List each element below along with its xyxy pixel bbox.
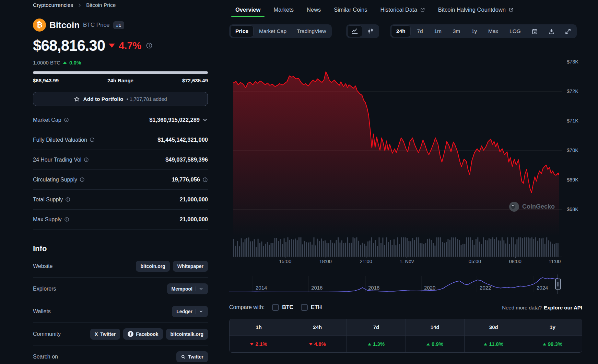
range-button-7d[interactable]: 7d [412, 25, 427, 37]
stat-value: $1,445,142,321,000 [157, 137, 208, 143]
stat-value: 21,000,000 [179, 216, 208, 223]
info-icon[interactable] [84, 157, 89, 162]
info-icon[interactable] [80, 177, 85, 182]
x-axis-label: 1. Nov [399, 259, 414, 264]
info-icon[interactable] [64, 217, 69, 222]
up-arrow-icon [368, 343, 371, 345]
button-label: Facebook [136, 331, 158, 337]
tab-label: News [307, 7, 321, 13]
button-label: Ledger [176, 309, 192, 314]
range-button-log[interactable]: LOG [505, 25, 526, 37]
mini-year-label: 2016 [311, 285, 323, 291]
stat-label: Total Supply [33, 197, 63, 203]
metric-button-tradingview[interactable]: TradingView [292, 25, 331, 37]
breadcrumb-item-cryptocurrencies[interactable]: Cryptocurrencies [33, 2, 73, 8]
mini-chart-slider-handle[interactable] [555, 279, 561, 290]
compare-option-btc[interactable]: BTC [272, 304, 293, 311]
y-axis-label: $70K [567, 148, 578, 153]
chart-panel: OverviewMarketsNewsSimilar CoinsHistoric… [229, 0, 582, 364]
coingecko-watermark: CoinGecko [509, 202, 555, 212]
link-button-mempool[interactable]: Mempool [167, 283, 208, 294]
metric-button-market-cap[interactable]: Market Cap [254, 25, 291, 37]
stat-row-total-supply: Total Supply21,000,000 [33, 190, 208, 210]
info-icon[interactable] [64, 117, 69, 122]
volume-histogram[interactable] [233, 237, 559, 257]
compare-option-eth[interactable]: ETH [301, 304, 322, 311]
metric-toggle-group: PriceMarket CapTradingView [229, 24, 332, 38]
price-row: $68,816.30 4.7% [33, 37, 153, 54]
download-icon[interactable] [544, 25, 559, 37]
api-promo: Need more data? Explore our API [502, 305, 582, 310]
info-icon[interactable] [202, 177, 208, 183]
info-label: Wallets [33, 308, 51, 315]
tab-news[interactable]: News [303, 3, 325, 17]
info-label: Search on [33, 354, 58, 360]
tab-similar-coins[interactable]: Similar Coins [330, 3, 371, 17]
tab-label: Markets [273, 7, 294, 13]
perf-percent: 99.3% [543, 341, 563, 347]
price-down-arrow-icon [109, 44, 115, 48]
info-icon[interactable] [65, 197, 70, 202]
mini-year-label: 2022 [480, 285, 491, 291]
candlestick-icon[interactable] [363, 25, 378, 37]
tab-markets[interactable]: Markets [269, 3, 298, 17]
chart-type-toggle-group [346, 24, 379, 38]
add-to-portfolio-button[interactable]: Add to Portfolio • 1,707,781 added [33, 92, 208, 106]
link-button-bitcointalk-org[interactable]: bitcointalk.org [166, 329, 208, 340]
x-axis-tick [475, 257, 475, 258]
calendar-icon[interactable] [527, 25, 542, 37]
range-button-24h[interactable]: 24h [391, 25, 411, 37]
info-heading: Info [33, 244, 47, 253]
tab-bitcoin-halving-countdown[interactable]: Bitcoin Halving Countdown [434, 3, 518, 17]
expand-icon[interactable] [561, 25, 576, 37]
tab-overview[interactable]: Overview [231, 3, 265, 17]
price-info-icon[interactable] [146, 42, 153, 49]
range-button-1y[interactable]: 1y [467, 25, 482, 37]
link-button-bitcoin-org[interactable]: bitcoin.org [136, 261, 169, 272]
stat-value: 19,776,056 [172, 176, 200, 183]
btc-parity-value: 1.0000 BTC [33, 60, 60, 66]
explore-api-link[interactable]: Explore our API [544, 305, 582, 310]
x-axis-label: 21:00 [360, 259, 372, 264]
tab-historical-data[interactable]: Historical Data [376, 3, 429, 17]
x-axis-tick [407, 257, 407, 258]
checkbox-btc[interactable] [272, 304, 279, 311]
chevron-down-icon[interactable] [202, 117, 208, 123]
range-button-max[interactable]: Max [483, 25, 503, 37]
up-arrow-icon [543, 343, 546, 345]
stat-row-max-supply: Max Supply21,000,000 [33, 210, 208, 230]
current-price: $68,816.30 [33, 37, 105, 54]
chevron-down-icon [196, 286, 203, 291]
x-axis-tick [555, 257, 555, 258]
link-button-whitepaper[interactable]: Whitepaper [173, 261, 208, 272]
y-axis-label: $68K [567, 207, 578, 212]
external-link-icon [508, 7, 514, 12]
time-axis-line [233, 257, 562, 257]
perf-percent: 0.9% [426, 341, 443, 347]
compare-option-label: ETH [311, 304, 322, 310]
tab-label: Overview [235, 7, 260, 13]
info-label: Community [33, 331, 61, 337]
range-button-1m[interactable]: 1m [429, 25, 446, 37]
portfolio-added-count: • 1,707,781 added [127, 96, 167, 102]
range-button-3m[interactable]: 3m [448, 25, 465, 37]
x-axis-label: 08:00 [509, 259, 521, 264]
history-mini-chart[interactable] [229, 274, 558, 294]
link-button-facebook[interactable]: fFacebook [123, 328, 163, 340]
link-button-twitter[interactable]: XTwitter [90, 329, 120, 340]
facebook-icon: f [128, 331, 133, 337]
x-axis-label: 18:00 [319, 259, 332, 264]
y-axis-label: $71K [567, 118, 578, 124]
info-icon[interactable] [90, 137, 95, 142]
metric-button-price[interactable]: Price [230, 25, 254, 37]
info-row-wallets: WalletsLedger [33, 300, 208, 323]
compare-label: Compare with: [229, 304, 265, 310]
x-axis-label: 15:00 [279, 259, 291, 264]
line-chart-icon[interactable] [347, 25, 362, 37]
link-button-twitter[interactable]: Twitter [176, 351, 208, 362]
x-axis-tick [285, 257, 285, 258]
checkbox-eth[interactable] [301, 304, 308, 311]
link-button-ledger[interactable]: Ledger [172, 306, 208, 317]
info-table: Websitebitcoin.orgWhitepaperExplorersMem… [33, 255, 208, 364]
down-arrow-icon [250, 343, 254, 345]
